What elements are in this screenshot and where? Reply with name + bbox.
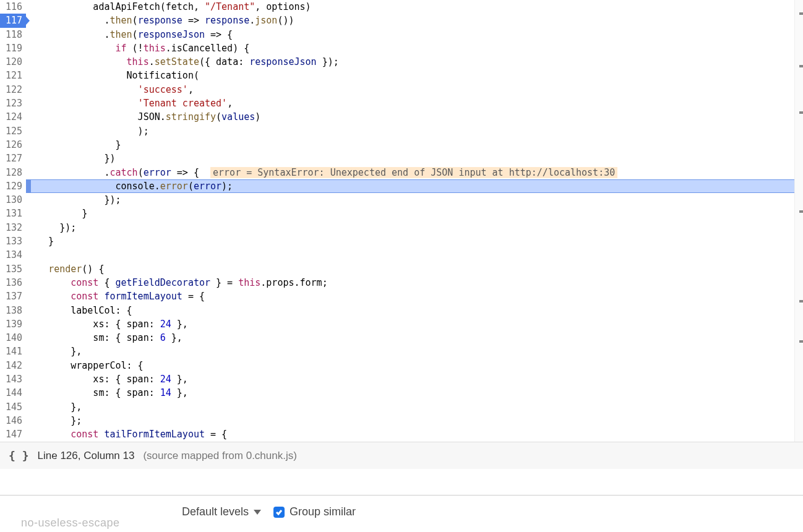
- group-similar-label: Group similar: [290, 505, 356, 518]
- line-number[interactable]: 146: [0, 414, 26, 427]
- code-line[interactable]: wrapperCol: {: [26, 359, 796, 372]
- code-line[interactable]: xs: { span: 24 },: [26, 372, 796, 386]
- line-number[interactable]: 135: [0, 262, 26, 276]
- code-line[interactable]: [26, 248, 796, 262]
- code-line[interactable]: .catch(error => { error = SyntaxError: U…: [26, 166, 796, 179]
- code-line[interactable]: });: [26, 221, 796, 234]
- editor-status-bar: { } Line 126, Column 13 (source mapped f…: [0, 442, 803, 469]
- line-number[interactable]: 132: [0, 221, 26, 234]
- code-line[interactable]: labelCol: {: [26, 304, 796, 317]
- line-number[interactable]: 131: [0, 207, 26, 220]
- code-area[interactable]: adalApiFetch(fetch, "/Tenant", options) …: [26, 0, 796, 442]
- code-line[interactable]: 'Tenant created',: [26, 97, 796, 110]
- code-line[interactable]: );: [26, 124, 796, 138]
- line-number[interactable]: 145: [0, 400, 26, 414]
- chevron-down-icon: [254, 510, 261, 515]
- console-filter-bar: Default levels Group similar no-useless-…: [0, 495, 803, 528]
- code-line[interactable]: },: [26, 345, 796, 358]
- line-number[interactable]: 142: [0, 359, 26, 372]
- code-line[interactable]: console.error(error);: [26, 179, 796, 193]
- line-number[interactable]: 129: [0, 179, 26, 193]
- code-line[interactable]: }: [26, 207, 796, 220]
- line-number[interactable]: 136: [0, 276, 26, 290]
- line-number[interactable]: 144: [0, 386, 26, 400]
- line-number-gutter[interactable]: 1161171181191201211221231241251261271281…: [0, 0, 26, 442]
- minimap-mark: [799, 340, 803, 343]
- execution-pointer-icon: [26, 179, 31, 193]
- line-number[interactable]: 119: [0, 41, 26, 55]
- console-overflow-text: no-useless-escape: [21, 517, 120, 530]
- log-levels-label: Default levels: [182, 505, 249, 518]
- line-number[interactable]: 133: [0, 234, 26, 248]
- line-number[interactable]: 139: [0, 317, 26, 331]
- minimap-mark: [799, 111, 803, 114]
- group-similar-toggle[interactable]: Group similar: [273, 505, 356, 518]
- code-line[interactable]: }: [26, 234, 796, 248]
- line-number[interactable]: 128: [0, 166, 26, 179]
- line-number[interactable]: 121: [0, 69, 26, 82]
- minimap-mark: [799, 300, 803, 302]
- code-line[interactable]: render() {: [26, 262, 796, 276]
- code-line[interactable]: xs: { span: 24 },: [26, 317, 796, 331]
- line-number[interactable]: 134: [0, 248, 26, 262]
- code-line[interactable]: }): [26, 152, 796, 165]
- cursor-position: Line 126, Column 13: [38, 450, 135, 462]
- code-line[interactable]: .then(response => response.json()): [26, 14, 796, 27]
- code-editor[interactable]: 1161171181191201211221231241251261271281…: [0, 0, 803, 442]
- line-number[interactable]: 122: [0, 83, 26, 97]
- code-line[interactable]: const tailFormItemLayout = {: [26, 427, 796, 441]
- code-line[interactable]: sm: { span: 14 },: [26, 386, 796, 400]
- line-number[interactable]: 117: [0, 14, 26, 27]
- line-number[interactable]: 124: [0, 110, 26, 124]
- code-line[interactable]: sm: { span: 6 },: [26, 331, 796, 345]
- line-number[interactable]: 138: [0, 304, 26, 317]
- line-number[interactable]: 118: [0, 28, 26, 41]
- line-number[interactable]: 127: [0, 152, 26, 165]
- line-number[interactable]: 120: [0, 55, 26, 69]
- code-line[interactable]: adalApiFetch(fetch, "/Tenant", options): [26, 0, 796, 14]
- minimap-mark: [799, 65, 803, 67]
- code-line[interactable]: });: [26, 193, 796, 207]
- minimap-mark: [799, 12, 803, 15]
- line-number[interactable]: 137: [0, 290, 26, 303]
- line-number[interactable]: 126: [0, 138, 26, 152]
- line-number[interactable]: 140: [0, 331, 26, 345]
- code-line[interactable]: 'success',: [26, 83, 796, 97]
- checkbox-checked-icon[interactable]: [273, 507, 285, 518]
- line-number[interactable]: 125: [0, 124, 26, 138]
- code-line[interactable]: const formItemLayout = {: [26, 290, 796, 303]
- pretty-print-icon[interactable]: { }: [9, 449, 29, 462]
- code-line[interactable]: };: [26, 414, 796, 427]
- code-line[interactable]: .then(responseJson => {: [26, 28, 796, 41]
- code-line[interactable]: }: [26, 138, 796, 152]
- line-number[interactable]: 143: [0, 372, 26, 386]
- line-number[interactable]: 130: [0, 193, 26, 207]
- code-line[interactable]: this.setState({ data: responseJson });: [26, 55, 796, 69]
- line-number[interactable]: 147: [0, 427, 26, 441]
- code-line[interactable]: },: [26, 400, 796, 414]
- line-number[interactable]: 116: [0, 0, 26, 14]
- source-map-info: (source mapped from 0.chunk.js): [143, 450, 297, 462]
- line-number[interactable]: 141: [0, 345, 26, 358]
- minimap-scrollbar[interactable]: [794, 0, 803, 442]
- code-line[interactable]: if (!this.isCancelled) {: [26, 41, 796, 55]
- log-levels-dropdown[interactable]: Default levels: [182, 505, 261, 518]
- code-line[interactable]: JSON.stringify(values): [26, 110, 796, 124]
- code-line[interactable]: const { getFieldDecorator } = this.props…: [26, 276, 796, 290]
- line-number[interactable]: 123: [0, 97, 26, 110]
- code-line[interactable]: Notification(: [26, 69, 796, 82]
- minimap-mark: [799, 210, 803, 213]
